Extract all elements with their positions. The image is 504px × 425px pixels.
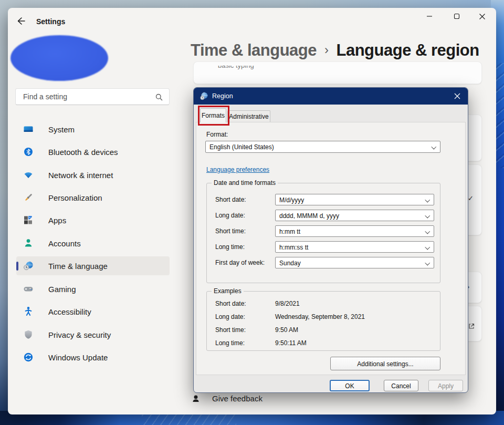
language-preferences-link[interactable]: Language preferences xyxy=(206,166,269,173)
search-icon xyxy=(155,93,163,101)
page-title: Language & region xyxy=(337,41,479,59)
sidebar-item-label: Privacy & security xyxy=(48,330,111,339)
additional-settings-button[interactable]: Additional settings... xyxy=(330,357,440,370)
give-feedback-label: Give feedback xyxy=(212,394,262,403)
sidebar-item-bluetooth-devices[interactable]: Bluetooth & devices xyxy=(16,142,170,161)
app-title: Settings xyxy=(36,17,65,26)
system-icon xyxy=(23,124,34,134)
accessibility-icon xyxy=(23,306,34,317)
sidebar-item-label: Bluetooth & devices xyxy=(48,148,118,157)
sidebar-item-label: Accounts xyxy=(48,239,81,248)
sidebar-item-network-internet[interactable]: Network & internet xyxy=(16,165,170,184)
sidebar-item-label: Gaming xyxy=(48,285,76,294)
red-annotation-box xyxy=(198,106,229,126)
chevron-down-icon xyxy=(425,198,429,202)
search-placeholder: Find a setting xyxy=(23,92,67,101)
apply-button[interactable]: Apply xyxy=(428,380,463,391)
minimize-icon xyxy=(426,13,433,19)
settings-card-partially-hidden[interactable]: basic typing xyxy=(193,61,482,84)
network-icon xyxy=(23,170,34,180)
feedback-person-icon xyxy=(193,395,199,402)
settings-window: Settings Find a setting System Bluetooth… xyxy=(8,8,496,414)
dialog-title: Region xyxy=(212,92,233,100)
sidebar-item-accessibility[interactable]: Accessibility xyxy=(16,302,170,321)
short-time-select[interactable]: h:mm tt xyxy=(275,225,434,237)
sidebar-item-system[interactable]: System xyxy=(16,120,170,139)
short-date-select[interactable]: M/d/yyyy xyxy=(275,194,434,205)
chevron-down-icon xyxy=(431,144,436,149)
date-time-formats-group: Date and time formats Short date: M/d/yy… xyxy=(206,183,440,283)
tab-administrative[interactable]: Administrative xyxy=(227,110,270,122)
region-globe-icon xyxy=(200,92,208,100)
examples-group: Examples Short date: 9/8/2021 Long date:… xyxy=(206,291,440,351)
sidebar-item-privacy-security[interactable]: Privacy & security xyxy=(16,325,170,344)
personalization-brush-icon xyxy=(23,192,34,203)
breadcrumb-separator-icon: › xyxy=(324,43,329,57)
time-language-icon xyxy=(23,261,34,271)
back-button[interactable] xyxy=(15,15,27,27)
dialog-close-icon[interactable] xyxy=(453,92,461,100)
sidebar-item-label: Network & internet xyxy=(48,171,113,180)
long-time-select[interactable]: h:mm:ss tt xyxy=(275,241,434,253)
wallpaper-top-strip xyxy=(0,0,504,8)
checkmark-icon: ✓ xyxy=(468,194,474,202)
privacy-shield-icon xyxy=(23,329,34,340)
sidebar-item-windows-update[interactable]: Windows Update xyxy=(16,348,170,367)
format-select[interactable]: English (United States) xyxy=(205,141,440,153)
sidebar-item-label: Personalization xyxy=(48,193,102,202)
cancel-button[interactable]: Cancel xyxy=(384,380,418,391)
gaming-icon xyxy=(23,284,34,294)
sidebar-item-apps[interactable]: Apps xyxy=(16,211,170,230)
minimize-button[interactable] xyxy=(419,11,440,22)
back-arrow-icon xyxy=(15,15,27,27)
chevron-down-icon xyxy=(425,213,429,218)
group-legend: Examples xyxy=(212,287,244,295)
external-link-icon xyxy=(468,323,475,329)
windows-update-icon xyxy=(23,352,34,362)
group-legend: Date and time formats xyxy=(212,179,278,186)
sidebar-item-label: Windows Update xyxy=(48,353,108,362)
user-avatar-blurred xyxy=(10,35,108,81)
sidebar-item-accounts[interactable]: Accounts xyxy=(16,234,170,253)
give-feedback-link[interactable]: Give feedback xyxy=(193,394,262,403)
breadcrumb: Time & language›Language & region xyxy=(191,41,479,60)
close-button[interactable] xyxy=(471,11,492,22)
sidebar-item-label: System xyxy=(48,125,75,134)
chevron-down-icon xyxy=(425,229,429,234)
wallpaper-left-strip xyxy=(0,0,8,425)
region-dialog: Region Formats Administrative Format: En… xyxy=(193,87,468,393)
sidebar-item-label: Apps xyxy=(48,216,66,225)
chevron-down-icon xyxy=(425,245,429,250)
sidebar-item-label: Time & language xyxy=(48,262,108,271)
close-icon xyxy=(479,13,486,20)
chevron-down-icon xyxy=(425,261,429,265)
sidebar-item-time-language[interactable]: Time & language xyxy=(16,256,170,275)
breadcrumb-parent[interactable]: Time & language xyxy=(191,41,317,59)
long-date-select[interactable]: dddd, MMMM d, yyyy xyxy=(275,210,434,221)
apps-icon xyxy=(23,215,34,225)
sidebar-item-personalization[interactable]: Personalization xyxy=(16,188,170,207)
bluetooth-icon xyxy=(23,147,34,157)
search-input[interactable]: Find a setting xyxy=(15,88,170,105)
sidebar-item-label: Accessibility xyxy=(48,307,91,316)
region-dialog-titlebar[interactable]: Region xyxy=(194,88,468,105)
ok-button[interactable]: OK xyxy=(330,380,370,391)
sidebar-item-gaming[interactable]: Gaming xyxy=(16,279,170,298)
clipped-card-text: basic typing xyxy=(218,66,254,70)
format-label: Format: xyxy=(206,131,228,138)
maximize-icon xyxy=(454,13,460,19)
maximize-button[interactable] xyxy=(446,11,467,22)
accounts-icon xyxy=(23,238,34,248)
first-day-select[interactable]: Sunday xyxy=(275,257,434,268)
